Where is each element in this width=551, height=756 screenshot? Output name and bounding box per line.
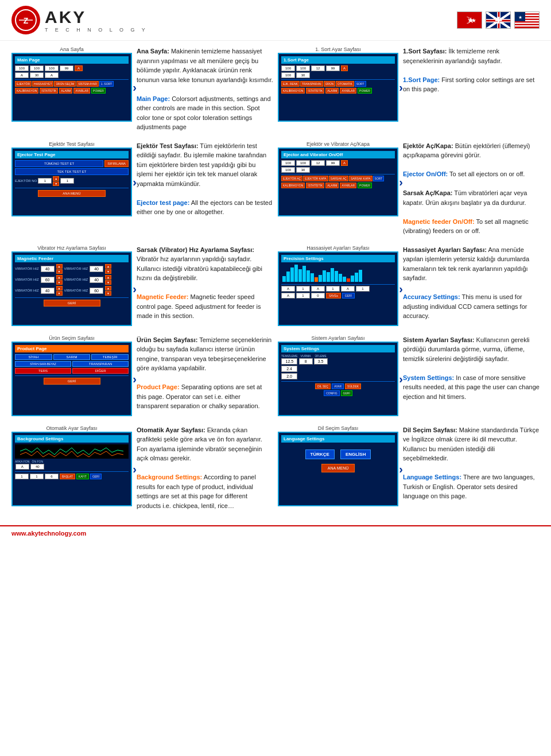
s-btn10[interactable]: POWER (358, 88, 372, 94)
prod-sarim[interactable]: SARIM (53, 354, 91, 360)
eo-b1[interactable]: EJEKTÖR AÇ (281, 176, 302, 181)
btn-kalibr[interactable]: KALİBRASYON (15, 88, 38, 94)
text-background: Otomatik Ayar Sayfası: Ekranda çıkan gra… (137, 425, 273, 511)
vib-dn3[interactable]: ▼ (56, 280, 63, 285)
eo-v1: 100 (281, 160, 295, 166)
btn-ayar[interactable]: AYARLAR (73, 88, 90, 94)
et-down[interactable]: ▼ (53, 181, 59, 186)
bg-baslat[interactable]: BAŞLAT (60, 474, 75, 479)
prod-ters[interactable]: TERS (15, 368, 71, 374)
sys-dilsec[interactable]: DİL SEÇ (315, 383, 331, 389)
eo-b9[interactable]: AYARLAR (340, 183, 356, 188)
vib-dn1[interactable]: ▼ (56, 269, 63, 274)
btn-sis[interactable]: SİSTEM AYAR (76, 81, 99, 87)
eo-v6: 30 (296, 167, 310, 173)
text-product: Ürün Seçim Sayfası: Temizleme seçenekler… (137, 335, 273, 411)
heading-sistem-tr: Sistem Ayarları Sayfası: (403, 336, 475, 343)
vib-up5[interactable]: ▲ (56, 286, 63, 290)
vib-label2: VİBRATÖR HIZ (64, 267, 88, 270)
et-anamenu[interactable]: ANA MENÜ (38, 190, 106, 197)
s-btn7[interactable]: İSTATİSTİK (306, 88, 324, 94)
vib-up3[interactable]: ▲ (56, 275, 63, 280)
ctrl-val2: 100 (30, 65, 44, 71)
prec-save[interactable]: SAVEa (326, 293, 341, 298)
eo-b3[interactable]: SARSAK AÇ (329, 176, 348, 181)
vib-label4: VİBRATÖR HIZ (64, 278, 88, 281)
vib-up6[interactable]: ▲ (105, 286, 111, 290)
main-page-label: Ana Sayfa (11, 46, 132, 52)
prod-transparan[interactable]: TRANSPARAN (72, 361, 129, 367)
footer: www.akytechnology.com (0, 525, 551, 540)
eo-b10[interactable]: POWER (358, 183, 372, 188)
prod-siyah[interactable]: SİYAH (15, 354, 52, 360)
prec-geri[interactable]: GERİ (342, 293, 355, 298)
prod-geri[interactable]: GERİ (44, 378, 100, 385)
sys-geri[interactable]: GERİ (341, 390, 352, 396)
eo-v3: 12 (311, 160, 325, 166)
sys-config[interactable]: CONFIG (324, 390, 339, 396)
btn-ejk[interactable]: EJEKTÖR (15, 81, 32, 87)
us-flag-icon[interactable]: ★ (514, 11, 540, 29)
s-btn3[interactable]: ÜRÜN (324, 81, 335, 87)
vib-geri[interactable]: GERİ (44, 300, 100, 307)
heading-ejector-en: Ejector test page: (137, 199, 189, 206)
btn-sens[interactable]: HASSASİYET (32, 81, 53, 87)
prod-tebesir[interactable]: TEBEŞİR (91, 354, 129, 360)
main-page-panel: Main Page 100 100 100 99 A A 30 A EJEKTÖ… (11, 53, 132, 122)
prod-diger[interactable]: DİĞER (72, 368, 129, 374)
sys-ayar[interactable]: AYAR (332, 383, 344, 389)
s-btn1[interactable]: EJK. RENK (281, 81, 300, 87)
prod-siyah-sari-bey[interactable]: SİYAH-SARI-BEYAZ (15, 361, 71, 367)
eo-b8[interactable]: ALARM (325, 183, 339, 188)
sys-suldek[interactable]: SÜLDEK (345, 383, 361, 389)
vib-up2[interactable]: ▲ (105, 264, 111, 269)
et-sifirlama[interactable]: SIFIRLAMA (104, 160, 129, 167)
eo-b2[interactable]: EJEKTÖR KAPA (303, 176, 328, 181)
btn-power[interactable]: POWER (91, 88, 106, 94)
arrow-right-10: › (399, 462, 403, 475)
bar2 (286, 272, 290, 282)
et-up[interactable]: ▲ (53, 176, 59, 181)
arrow-right-3: › (133, 175, 137, 188)
product-label: Ürün Seçim Sayfası (11, 335, 132, 341)
vib-dn5[interactable]: ▼ (56, 291, 63, 296)
s-ctrl4: 99 (326, 65, 340, 71)
btn-sort[interactable]: 1. SORT (99, 81, 114, 87)
logo-name: AKY (45, 7, 148, 27)
sys-v1: 12.5 (281, 358, 297, 365)
svg-text:Z: Z (24, 16, 29, 25)
eo-b7[interactable]: İSTATİSTİK (306, 183, 324, 188)
eo-b4[interactable]: SARSAK KAPA (349, 176, 372, 181)
btn-urun[interactable]: ÜRÜN SEÇİM (54, 81, 76, 87)
btn-istat[interactable]: İSTATİSTİK (40, 88, 58, 94)
s-btn9[interactable]: AYARLAR (340, 88, 356, 94)
s-btn6[interactable]: KALİBRASYON (281, 88, 305, 94)
vib-up1[interactable]: ▲ (56, 264, 63, 269)
et-tumutest[interactable]: TÜMÜNÜ TEST ET (15, 160, 103, 167)
eo-b6[interactable]: KALİBRASYON (281, 183, 305, 188)
heading-bg-tr: Otomatik Ayar Sayfası: (137, 427, 205, 433)
btn-alarm[interactable]: ALARM (59, 88, 72, 94)
eo-b5[interactable]: SORT (373, 176, 385, 181)
vib-dn4[interactable]: ▼ (105, 280, 111, 285)
lang-anamenu[interactable]: ANA MENÜ (321, 464, 355, 472)
s-btn8[interactable]: ALARM (325, 88, 339, 94)
bg-save[interactable]: KAYIT (76, 474, 89, 479)
lang-turkish[interactable]: TÜRKÇE (305, 449, 335, 459)
s-btn4[interactable]: OTOMATIK (336, 81, 354, 87)
s-btn2[interactable]: TRANSPARAN (300, 81, 323, 87)
row-vibrator: Vibrator Hız Ayarlama Sayfası Magnetic F… (11, 245, 540, 326)
vib-up4[interactable]: ▲ (105, 275, 111, 280)
prec-v8: 1 (296, 293, 310, 298)
vib-dn6[interactable]: ▼ (105, 291, 111, 296)
s-btn5[interactable]: SORT (355, 81, 366, 87)
vib-dn2[interactable]: ▼ (105, 269, 111, 274)
lang-english[interactable]: ENGLİSH (340, 449, 371, 459)
eo-v5: 100 (281, 167, 295, 173)
heading-ejector-tr: Ejektör Test Sayfası: (137, 142, 198, 149)
bg-geri[interactable]: GERİ (90, 474, 102, 479)
et-tektest[interactable]: TEK TEK TEST ET (15, 168, 129, 175)
uk-flag-icon[interactable] (486, 11, 511, 29)
turkish-flag-icon[interactable]: ☽ ★ (457, 11, 482, 29)
arrow-right-5: › (133, 282, 137, 295)
